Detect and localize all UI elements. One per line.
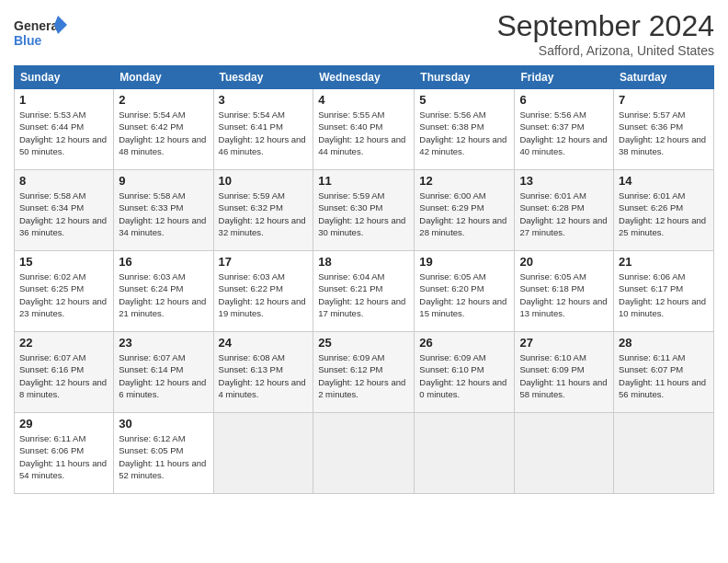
day-info: Sunrise: 5:56 AMSunset: 6:37 PMDaylight:… <box>519 109 607 156</box>
day-info: Sunrise: 5:59 AMSunset: 6:30 PMDaylight:… <box>318 190 405 237</box>
day-cell: 5 Sunrise: 5:56 AMSunset: 6:38 PMDayligh… <box>415 89 515 170</box>
day-number: 22 <box>19 336 108 350</box>
col-sunday: Sunday <box>15 66 114 89</box>
day-number: 16 <box>119 255 208 269</box>
day-cell <box>313 413 415 494</box>
day-cell: 20 Sunrise: 6:05 AMSunset: 6:18 PMDaylig… <box>515 251 614 332</box>
day-number: 19 <box>419 255 509 269</box>
day-cell: 3 Sunrise: 5:54 AMSunset: 6:41 PMDayligh… <box>213 89 313 170</box>
day-info: Sunrise: 6:03 AMSunset: 6:24 PMDaylight:… <box>119 271 206 318</box>
day-info: Sunrise: 6:00 AMSunset: 6:29 PMDaylight:… <box>419 190 506 237</box>
day-number: 2 <box>119 93 208 107</box>
day-number: 10 <box>219 174 309 188</box>
day-number: 24 <box>219 336 309 350</box>
day-cell <box>614 413 714 494</box>
day-cell: 4 Sunrise: 5:55 AMSunset: 6:40 PMDayligh… <box>313 89 415 170</box>
day-cell: 18 Sunrise: 6:04 AMSunset: 6:21 PMDaylig… <box>313 251 415 332</box>
day-number: 4 <box>318 93 409 107</box>
day-number: 23 <box>119 336 208 350</box>
day-info: Sunrise: 6:02 AMSunset: 6:25 PMDaylight:… <box>19 271 107 318</box>
day-info: Sunrise: 5:57 AMSunset: 6:36 PMDaylight:… <box>619 109 706 156</box>
day-info: Sunrise: 6:03 AMSunset: 6:22 PMDaylight:… <box>219 271 306 318</box>
day-number: 11 <box>318 174 409 188</box>
day-info: Sunrise: 6:11 AMSunset: 6:07 PMDaylight:… <box>619 352 706 399</box>
day-number: 9 <box>119 174 208 188</box>
day-cell: 19 Sunrise: 6:05 AMSunset: 6:20 PMDaylig… <box>415 251 515 332</box>
day-cell: 22 Sunrise: 6:07 AMSunset: 6:16 PMDaylig… <box>15 332 114 413</box>
day-info: Sunrise: 5:59 AMSunset: 6:32 PMDaylight:… <box>219 190 306 237</box>
day-number: 8 <box>19 174 108 188</box>
day-number: 18 <box>318 255 409 269</box>
day-number: 7 <box>619 93 709 107</box>
day-number: 20 <box>519 255 609 269</box>
month-title: September 2024 <box>496 9 714 43</box>
day-cell: 25 Sunrise: 6:09 AMSunset: 6:12 PMDaylig… <box>313 332 415 413</box>
day-info: Sunrise: 6:01 AMSunset: 6:26 PMDaylight:… <box>619 190 706 237</box>
day-info: Sunrise: 6:06 AMSunset: 6:17 PMDaylight:… <box>619 271 706 318</box>
day-cell: 13 Sunrise: 6:01 AMSunset: 6:28 PMDaylig… <box>515 170 614 251</box>
day-number: 12 <box>419 174 509 188</box>
day-cell: 29 Sunrise: 6:11 AMSunset: 6:06 PMDaylig… <box>15 413 114 494</box>
week-row-5: 29 Sunrise: 6:11 AMSunset: 6:06 PMDaylig… <box>15 413 714 494</box>
day-cell: 10 Sunrise: 5:59 AMSunset: 6:32 PMDaylig… <box>213 170 313 251</box>
day-number: 3 <box>219 93 309 107</box>
day-info: Sunrise: 6:05 AMSunset: 6:20 PMDaylight:… <box>419 271 506 318</box>
day-cell <box>415 413 515 494</box>
day-info: Sunrise: 6:09 AMSunset: 6:10 PMDaylight:… <box>419 352 506 399</box>
day-cell: 15 Sunrise: 6:02 AMSunset: 6:25 PMDaylig… <box>15 251 114 332</box>
day-info: Sunrise: 6:07 AMSunset: 6:14 PMDaylight:… <box>119 352 206 399</box>
svg-text:Blue: Blue <box>14 33 42 48</box>
day-cell: 23 Sunrise: 6:07 AMSunset: 6:14 PMDaylig… <box>114 332 213 413</box>
header: General Blue September 2024 Safford, Ari… <box>14 9 714 58</box>
col-monday: Monday <box>114 66 213 89</box>
day-cell: 17 Sunrise: 6:03 AMSunset: 6:22 PMDaylig… <box>213 251 313 332</box>
day-cell: 12 Sunrise: 6:00 AMSunset: 6:29 PMDaylig… <box>415 170 515 251</box>
week-row-3: 15 Sunrise: 6:02 AMSunset: 6:25 PMDaylig… <box>15 251 714 332</box>
col-saturday: Saturday <box>614 66 714 89</box>
day-number: 27 <box>519 336 609 350</box>
day-info: Sunrise: 6:08 AMSunset: 6:13 PMDaylight:… <box>219 352 306 399</box>
day-number: 13 <box>519 174 609 188</box>
day-number: 1 <box>19 93 108 107</box>
day-cell: 21 Sunrise: 6:06 AMSunset: 6:17 PMDaylig… <box>614 251 714 332</box>
day-info: Sunrise: 5:55 AMSunset: 6:40 PMDaylight:… <box>318 109 405 156</box>
day-info: Sunrise: 6:12 AMSunset: 6:05 PMDaylight:… <box>119 433 206 480</box>
day-number: 17 <box>219 255 309 269</box>
day-info: Sunrise: 5:54 AMSunset: 6:41 PMDaylight:… <box>219 109 306 156</box>
page-container: General Blue September 2024 Safford, Ari… <box>0 0 728 503</box>
day-info: Sunrise: 6:05 AMSunset: 6:18 PMDaylight:… <box>519 271 607 318</box>
day-info: Sunrise: 6:10 AMSunset: 6:09 PMDaylight:… <box>519 352 607 399</box>
calendar-table: Sunday Monday Tuesday Wednesday Thursday… <box>14 65 714 494</box>
day-cell: 30 Sunrise: 6:12 AMSunset: 6:05 PMDaylig… <box>114 413 213 494</box>
day-cell: 11 Sunrise: 5:59 AMSunset: 6:30 PMDaylig… <box>313 170 415 251</box>
day-cell: 16 Sunrise: 6:03 AMSunset: 6:24 PMDaylig… <box>114 251 213 332</box>
day-cell: 8 Sunrise: 5:58 AMSunset: 6:34 PMDayligh… <box>15 170 114 251</box>
week-row-1: 1 Sunrise: 5:53 AMSunset: 6:44 PMDayligh… <box>15 89 714 170</box>
day-info: Sunrise: 5:54 AMSunset: 6:42 PMDaylight:… <box>119 109 206 156</box>
day-cell <box>515 413 614 494</box>
col-friday: Friday <box>515 66 614 89</box>
day-info: Sunrise: 5:58 AMSunset: 6:34 PMDaylight:… <box>19 190 107 237</box>
logo: General Blue <box>14 14 69 52</box>
col-thursday: Thursday <box>415 66 515 89</box>
day-number: 30 <box>119 417 208 431</box>
day-cell: 6 Sunrise: 5:56 AMSunset: 6:37 PMDayligh… <box>515 89 614 170</box>
day-info: Sunrise: 6:09 AMSunset: 6:12 PMDaylight:… <box>318 352 405 399</box>
col-wednesday: Wednesday <box>313 66 415 89</box>
day-info: Sunrise: 6:01 AMSunset: 6:28 PMDaylight:… <box>519 190 607 237</box>
day-number: 29 <box>19 417 108 431</box>
day-cell: 24 Sunrise: 6:08 AMSunset: 6:13 PMDaylig… <box>213 332 313 413</box>
day-number: 28 <box>619 336 709 350</box>
calendar-header-row: Sunday Monday Tuesday Wednesday Thursday… <box>15 66 714 89</box>
day-number: 14 <box>619 174 709 188</box>
logo-svg: General Blue <box>14 14 69 52</box>
day-cell: 1 Sunrise: 5:53 AMSunset: 6:44 PMDayligh… <box>15 89 114 170</box>
svg-text:General: General <box>14 18 62 33</box>
title-area: September 2024 Safford, Arizona, United … <box>496 9 714 58</box>
day-cell: 27 Sunrise: 6:10 AMSunset: 6:09 PMDaylig… <box>515 332 614 413</box>
day-number: 26 <box>419 336 509 350</box>
day-info: Sunrise: 6:11 AMSunset: 6:06 PMDaylight:… <box>19 433 107 480</box>
location-title: Safford, Arizona, United States <box>496 43 714 58</box>
week-row-4: 22 Sunrise: 6:07 AMSunset: 6:16 PMDaylig… <box>15 332 714 413</box>
day-number: 25 <box>318 336 409 350</box>
